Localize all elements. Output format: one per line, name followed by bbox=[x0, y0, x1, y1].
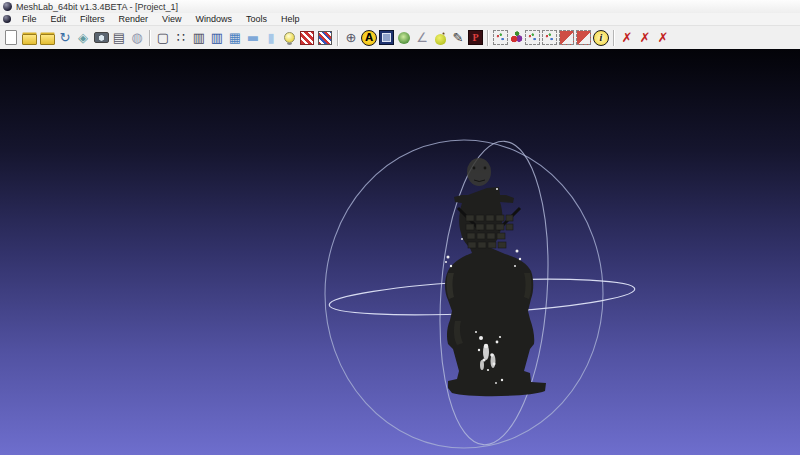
menu-item-edit[interactable]: Edit bbox=[44, 13, 74, 25]
viewport[interactable] bbox=[0, 49, 800, 455]
menu-bar: FileEditFiltersRenderViewWindowsToolsHel… bbox=[0, 13, 800, 26]
reload-mesh-icon[interactable]: ↻ bbox=[57, 30, 73, 46]
open-web-icon[interactable]: ◍ bbox=[129, 30, 145, 46]
move-selection-icon[interactable] bbox=[542, 30, 557, 45]
show-axis-icon[interactable]: A bbox=[361, 30, 377, 46]
smooth-render-icon[interactable]: ▮ bbox=[263, 30, 279, 46]
decoration-toggle-icon[interactable] bbox=[317, 30, 333, 46]
main-toolbar: ↻◈▤◍▢∷▥▥▦▬▮⊕A∠✎Pi✗✗✗ bbox=[0, 26, 800, 50]
warrior-eye-left bbox=[473, 167, 476, 170]
flat-render-icon[interactable]: ▬ bbox=[245, 30, 261, 46]
menu-item-tools[interactable]: Tools bbox=[239, 13, 274, 25]
title-bar[interactable]: MeshLab_64bit v1.3.4BETA - [Project_1] bbox=[0, 0, 800, 13]
meshlab-window: MeshLab_64bit v1.3.4BETA - [Project_1] F… bbox=[0, 0, 800, 455]
menu-item-help[interactable]: Help bbox=[274, 13, 307, 25]
delete-selected-faces-icon[interactable]: ✗ bbox=[637, 30, 653, 46]
new-project-icon[interactable] bbox=[3, 30, 19, 46]
flat-lines-render-icon[interactable]: ▦ bbox=[227, 30, 243, 46]
points-render-icon[interactable]: ∷ bbox=[173, 30, 189, 46]
import-mesh-icon[interactable] bbox=[39, 30, 55, 46]
toolbar-separator bbox=[337, 30, 339, 46]
texture-toggle-icon[interactable] bbox=[299, 30, 315, 46]
menu-item-filters[interactable]: Filters bbox=[73, 13, 112, 25]
point-picker-icon[interactable] bbox=[432, 30, 448, 46]
window-title: MeshLab_64bit v1.3.4BETA - [Project_1] bbox=[16, 2, 178, 12]
snapshot-icon[interactable] bbox=[93, 30, 109, 46]
measure-tool-icon[interactable]: ∠ bbox=[414, 30, 430, 46]
meshlab-logo-icon bbox=[3, 2, 12, 11]
select-faces-icon[interactable] bbox=[525, 30, 540, 45]
delete-faces-vertices-icon[interactable]: ✗ bbox=[655, 30, 671, 46]
warrior-eye-right bbox=[484, 167, 487, 170]
bounding-box-render-icon[interactable]: ▢ bbox=[155, 30, 171, 46]
paint-tool-icon[interactable]: ✎ bbox=[450, 30, 466, 46]
light-toggle-icon[interactable] bbox=[281, 30, 297, 46]
toolbar-separator bbox=[149, 30, 151, 46]
layer-dialog-icon[interactable] bbox=[379, 30, 394, 45]
quality-mapper-icon[interactable] bbox=[396, 30, 412, 46]
menu-item-file[interactable]: File bbox=[15, 13, 44, 25]
select-vertices-icon[interactable] bbox=[493, 30, 508, 45]
select-connected-icon[interactable] bbox=[510, 31, 523, 44]
menu-item-windows[interactable]: Windows bbox=[188, 13, 239, 25]
hidden-lines-render-icon[interactable]: ▥ bbox=[209, 30, 225, 46]
menu-item-view[interactable]: View bbox=[155, 13, 188, 25]
select-face-rect-icon[interactable] bbox=[559, 30, 574, 45]
toolbar-separator bbox=[487, 30, 489, 46]
pickpoints-icon[interactable]: P bbox=[468, 30, 483, 45]
deselect-face-rect-icon[interactable] bbox=[576, 30, 591, 45]
trackball-icon[interactable]: ⊕ bbox=[343, 30, 359, 46]
export-mesh-icon[interactable]: ◈ bbox=[75, 30, 91, 46]
wireframe-render-icon[interactable]: ▥ bbox=[191, 30, 207, 46]
toolbar-separator bbox=[613, 30, 615, 46]
show-layers-icon[interactable]: ▤ bbox=[111, 30, 127, 46]
menu-items: FileEditFiltersRenderViewWindowsToolsHel… bbox=[15, 13, 306, 25]
menu-item-render[interactable]: Render bbox=[112, 13, 156, 25]
delete-selected-vertices-icon[interactable]: ✗ bbox=[619, 30, 635, 46]
gl-canvas bbox=[0, 49, 800, 455]
open-project-icon[interactable] bbox=[21, 30, 37, 46]
info-icon[interactable]: i bbox=[593, 30, 609, 46]
project-window-icon[interactable] bbox=[3, 15, 11, 23]
